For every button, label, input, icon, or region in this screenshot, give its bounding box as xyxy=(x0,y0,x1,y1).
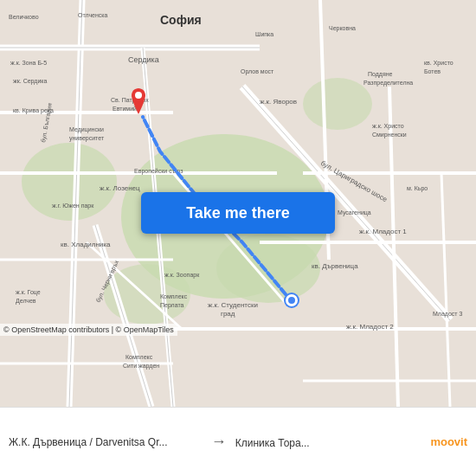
svg-text:ж.к. Зоопарк: ж.к. Зоопарк xyxy=(164,272,200,279)
svg-text:кв. Христо: кв. Христо xyxy=(424,60,453,67)
from-stop: Ж.К. Дървеница / Darvenitsa Qr... xyxy=(9,436,203,448)
origin-dot xyxy=(286,294,298,306)
svg-text:университет: университет xyxy=(69,135,105,142)
destination-marker xyxy=(128,88,149,114)
moovit-logo: moovit xyxy=(423,435,467,448)
svg-text:Черковна: Черковна xyxy=(329,25,356,32)
svg-text:ж.г. Южен парк: ж.г. Южен парк xyxy=(52,203,94,209)
to-stop-label: Клиника Тора... xyxy=(235,437,310,449)
svg-text:кв. Крива река: кв. Крива река xyxy=(13,107,54,114)
svg-text:Сердика: Сердика xyxy=(128,55,159,64)
svg-text:Разпределителна: Разпределителна xyxy=(363,80,413,87)
to-stop: Клиника Тора... xyxy=(235,434,424,450)
take-me-there-button[interactable]: Take me there xyxy=(141,192,335,234)
svg-text:Младост 3: Младост 3 xyxy=(433,311,462,318)
svg-text:София: София xyxy=(160,13,202,27)
svg-point-74 xyxy=(135,92,142,99)
svg-text:Смирненски: Смирненски xyxy=(372,132,407,138)
svg-text:м. Кьро: м. Кьро xyxy=(407,185,428,192)
bottom-bar: Ж.К. Дървеница / Darvenitsa Qr... → Клин… xyxy=(0,407,476,476)
moovit-logo-text: moovit xyxy=(430,435,467,448)
svg-text:град: град xyxy=(221,310,235,318)
svg-text:Шипка: Шипка xyxy=(255,31,273,37)
svg-text:кв. Дървеница: кв. Дървеница xyxy=(312,262,358,270)
svg-text:ж.к. Младост 2: ж.к. Младост 2 xyxy=(346,323,394,331)
svg-text:Комплекс: Комплекс xyxy=(125,354,153,360)
svg-text:Ботев: Ботев xyxy=(424,68,441,74)
arrow-icon: → xyxy=(211,433,227,451)
svg-text:Мусагеница: Мусагеница xyxy=(338,209,371,216)
svg-text:ж.к. Студентски: ж.к. Студентски xyxy=(208,301,258,309)
svg-text:Орлов мост: Орлов мост xyxy=(241,68,274,75)
direction-arrow: → xyxy=(203,433,235,451)
svg-text:Перлата: Перлата xyxy=(160,302,184,309)
svg-text:ж.к. Младост 1: ж.к. Младост 1 xyxy=(359,228,407,235)
from-stop-label: Ж.К. Дървеница / Darvenitsa Qr... xyxy=(9,436,197,448)
svg-text:Делчев: Делчев xyxy=(16,298,36,305)
svg-text:ж.к. Зона Б-5: ж.к. Зона Б-5 xyxy=(10,60,47,66)
map-attribution: © OpenStreetMap contributors | © OpenMap… xyxy=(0,324,177,336)
svg-point-2 xyxy=(22,143,117,221)
svg-text:Величково: Величково xyxy=(9,14,39,20)
svg-point-5 xyxy=(303,78,372,130)
svg-text:Медицински: Медицински xyxy=(69,126,104,133)
svg-text:Сити жарден: Сити жарден xyxy=(123,363,159,370)
svg-text:Поддяне: Поддяне xyxy=(368,71,393,78)
svg-text:ж.к. Христо: ж.к. Христо xyxy=(372,123,404,130)
svg-text:кв. Хладилника: кв. Хладилника xyxy=(61,241,111,248)
svg-text:жк. Сердика: жк. Сердика xyxy=(13,78,48,85)
map-container: София Сердика бул. България бул. Черни в… xyxy=(0,0,476,407)
svg-text:Отлченска: Отлченска xyxy=(78,12,108,18)
svg-text:ж.к. Лозенец: ж.к. Лозенец xyxy=(100,184,140,192)
svg-text:ж.к. Гоце: ж.к. Гоце xyxy=(16,289,41,296)
svg-text:Комплекс: Комплекс xyxy=(160,293,188,299)
svg-text:ж.к. Яворов: ж.к. Яворов xyxy=(260,98,297,106)
